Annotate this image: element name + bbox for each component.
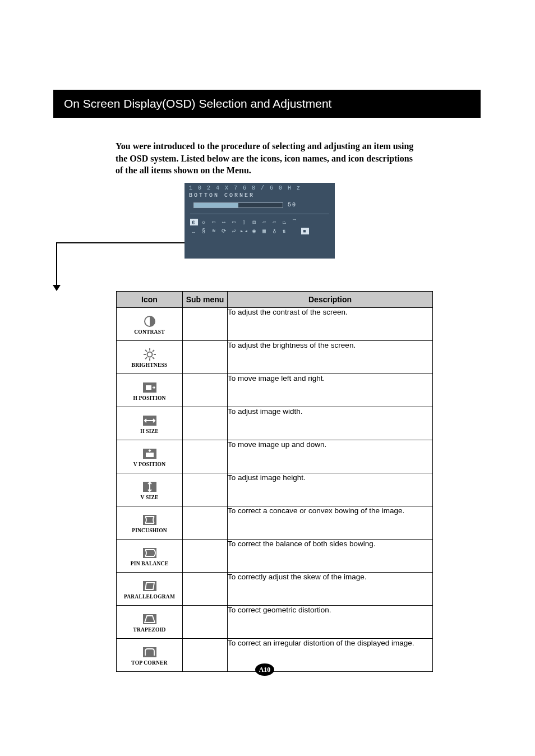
osd-icon-row-1: ◐ ☼ ▭ ↔ ▭ ▯ ⧈ ▱ ▱ ⏢ ⎴ — [185, 215, 335, 227]
table-row: TRAPEZOID To correct geometric distortio… — [117, 606, 433, 639]
hposition-icon — [141, 381, 158, 394]
sub-cell — [183, 540, 228, 573]
icon-caption: CONTRAST — [134, 329, 164, 335]
vposition-icon — [141, 447, 158, 460]
osd-preview: 1 0 2 4 X 7 6 8 / 6 0 H z BOTTON CORNER … — [185, 183, 335, 259]
svg-rect-11 — [146, 385, 151, 390]
sub-cell — [183, 440, 228, 473]
misc-icon: ◾ — [301, 228, 309, 234]
sub-cell — [183, 341, 228, 374]
misc-icon: ⎵ — [190, 228, 198, 234]
pinbalance-icon: ▱ — [261, 219, 269, 225]
svg-line-7 — [153, 357, 154, 359]
icon-caption: V POSITION — [133, 462, 166, 467]
misc-icon: ◉ — [251, 228, 259, 234]
misc-icon: ▸◂ — [241, 228, 248, 234]
desc-cell: To correct the balance of both sides bow… — [228, 540, 433, 573]
sub-cell — [183, 308, 228, 341]
table-row: H POSITION To move image left and right. — [117, 374, 433, 407]
svg-point-1 — [147, 352, 152, 357]
misc-icon — [291, 228, 299, 234]
trapezoid-icon — [141, 612, 158, 626]
icon-caption: V SIZE — [141, 495, 159, 500]
pincushion-icon: ⧈ — [251, 219, 259, 225]
desc-cell: To adjust image width. — [228, 407, 433, 440]
misc-icon: ≋ — [210, 228, 218, 234]
sub-cell — [183, 573, 228, 606]
desc-cell: To adjust image height. — [228, 473, 433, 506]
trapezoid-icon: ⏢ — [281, 219, 289, 225]
parallelogram-icon — [141, 579, 158, 593]
misc-icon: ⤾ — [230, 228, 238, 234]
connector-line — [56, 242, 185, 243]
misc-icon: § — [200, 228, 208, 234]
misc-icon: ♁ — [271, 228, 279, 234]
table-row: TOP CORNER To correct an irregular disto… — [117, 639, 433, 672]
desc-cell: To move image left and right. — [228, 374, 433, 407]
pinbalance-icon — [141, 546, 158, 560]
col-header-sub: Sub menu — [183, 292, 228, 308]
arrow-down-icon — [53, 285, 61, 291]
page-number: A10 — [255, 663, 274, 676]
icon-caption: TOP CORNER — [131, 660, 167, 666]
osd-items-table: Icon Sub menu Description CONTRAST To ad… — [116, 291, 433, 672]
osd-slider — [193, 202, 283, 208]
parallelogram-icon: ▱ — [271, 219, 279, 225]
icon-caption: H POSITION — [133, 395, 165, 401]
sub-cell — [183, 506, 228, 540]
desc-cell: To adjust the brightness of the screen. — [228, 341, 433, 374]
sub-cell — [183, 606, 228, 639]
intro-text: You were introduced to the procedure of … — [116, 140, 418, 177]
table-row: V SIZE To adjust image height. — [117, 473, 433, 506]
hpos-icon: ▭ — [210, 219, 218, 225]
icon-caption: PIN BALANCE — [131, 561, 168, 566]
desc-cell: To correct a concave or convex bowing of… — [228, 506, 433, 540]
section-title: On Screen Display(OSD) Selection and Adj… — [54, 90, 480, 117]
osd-current-item: BOTTON CORNER — [185, 192, 335, 202]
col-header-desc: Description — [228, 292, 433, 308]
connector-line — [56, 242, 57, 287]
brightness-icon: ☼ — [200, 219, 208, 225]
svg-line-8 — [153, 350, 154, 352]
misc-icon: ⟳ — [220, 228, 228, 234]
icon-caption: PINCUSHION — [132, 528, 167, 533]
contrast-icon — [141, 315, 158, 328]
svg-rect-14 — [146, 453, 154, 457]
icon-caption: BRIGHTNESS — [132, 362, 168, 368]
topcorner-icon — [141, 646, 158, 659]
sub-cell — [183, 473, 228, 506]
hsize-icon: ↔ — [220, 219, 228, 225]
desc-cell: To adjust the contrast of the screen. — [228, 308, 433, 341]
sub-cell — [183, 374, 228, 407]
table-row: PINCUSHION To correct a concave or conve… — [117, 506, 433, 540]
table-row: PARALLELOGRAM To correctly adjust the sk… — [117, 573, 433, 606]
table-row: V POSITION To move image up and down. — [117, 440, 433, 473]
desc-cell: To move image up and down. — [228, 440, 433, 473]
hsize-icon — [141, 414, 158, 427]
vsize-icon: ▯ — [241, 219, 248, 225]
col-header-icon: Icon — [117, 292, 183, 308]
svg-line-9 — [145, 357, 147, 359]
sub-cell — [183, 407, 228, 440]
osd-value: 50 — [288, 202, 297, 208]
misc-icon: ⇅ — [281, 228, 289, 234]
misc-icon: ▦ — [261, 228, 269, 234]
svg-line-6 — [145, 350, 147, 352]
desc-cell: To correct geometric distortion. — [228, 606, 433, 639]
vpos-icon: ▭ — [230, 219, 238, 225]
table-row: BRIGHTNESS To adjust the brightness of t… — [117, 341, 433, 374]
icon-caption: H SIZE — [140, 428, 159, 434]
pincushion-icon — [141, 513, 158, 527]
osd-icon-row-2: ⎵ § ≋ ⟳ ⤾ ▸◂ ◉ ▦ ♁ ⇅ ◾ — [185, 227, 335, 236]
icon-caption: PARALLELOGRAM — [124, 594, 175, 600]
topcorner-icon: ⎴ — [291, 219, 299, 225]
contrast-icon: ◐ — [190, 219, 198, 225]
table-row: H SIZE To adjust image width. — [117, 407, 433, 440]
sub-cell — [183, 639, 228, 672]
table-row: PIN BALANCE To correct the balance of bo… — [117, 540, 433, 573]
table-row: CONTRAST To adjust the contrast of the s… — [117, 308, 433, 341]
brightness-icon — [141, 348, 158, 361]
desc-cell: To correctly adjust the skew of the imag… — [228, 573, 433, 606]
osd-resolution: 1 0 2 4 X 7 6 8 / 6 0 H z — [185, 183, 335, 192]
page-frame: On Screen Display(OSD) Selection and Adj… — [53, 90, 481, 118]
